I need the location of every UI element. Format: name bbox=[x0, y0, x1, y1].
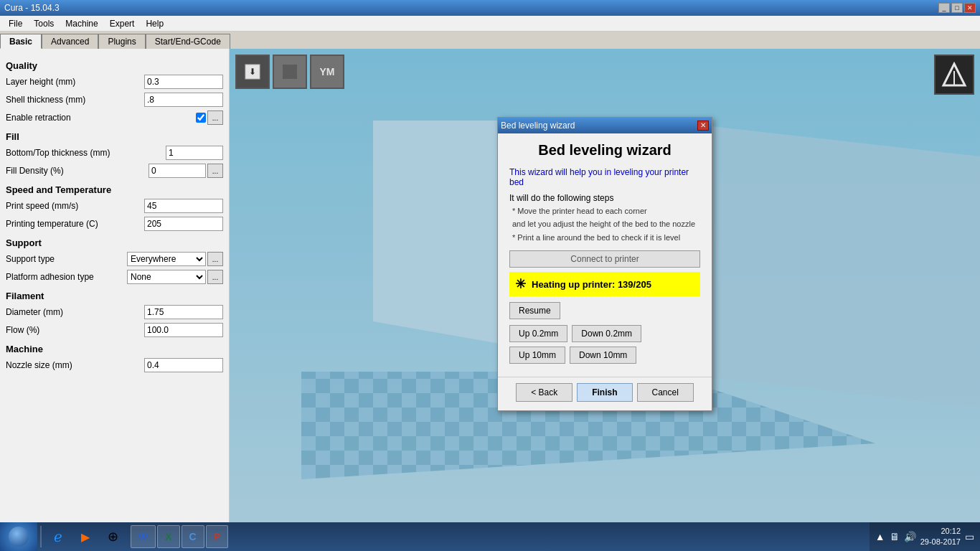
back-button[interactable]: < Back bbox=[516, 383, 573, 402]
window-title: Cura - 15.04.3 bbox=[4, 3, 60, 13]
start-orb-icon bbox=[9, 527, 29, 547]
taskbar-app-chrome2[interactable]: C bbox=[182, 525, 204, 548]
taskbar-left: ℯ ▶ ⊕ W X C P bbox=[0, 522, 232, 551]
connect-printer-button[interactable]: Connect to printer bbox=[509, 250, 700, 268]
bed-leveling-dialog: Bed leveling wizard ✕ Bed leveling wizar… bbox=[497, 117, 712, 411]
main-layout: Quality Layer height (mm) Shell thicknes… bbox=[0, 49, 980, 522]
nozzle-size-label: Nozzle size (mm) bbox=[6, 360, 144, 370]
menu-tools[interactable]: Tools bbox=[28, 17, 60, 30]
down-large-button[interactable]: Down 10mm bbox=[570, 347, 636, 364]
section-machine: Machine bbox=[6, 344, 223, 354]
taskbar: ℯ ▶ ⊕ W X C P ▲ 🖥 🔊 20:1 bbox=[0, 522, 980, 551]
print-speed-input[interactable] bbox=[144, 199, 223, 213]
retraction-more-button[interactable]: ... bbox=[207, 110, 223, 125]
show-desktop-icon[interactable]: ▭ bbox=[965, 531, 974, 542]
enable-retraction-label: Enable retraction bbox=[6, 113, 196, 123]
view-area: ⬇ YM Bed leveling wizard bbox=[230, 49, 980, 522]
adhesion-more-button[interactable]: ... bbox=[207, 270, 223, 284]
maximize-button[interactable]: □ bbox=[951, 3, 963, 13]
print-temp-input[interactable] bbox=[144, 217, 223, 231]
support-type-row: Support type Everywhere None Touching bu… bbox=[6, 251, 223, 267]
section-fill: Fill bbox=[6, 131, 223, 142]
dialog-titlebar: Bed leveling wizard ✕ bbox=[498, 118, 712, 133]
taskbar-divider bbox=[40, 526, 42, 547]
section-speed: Speed and Temperature bbox=[6, 184, 223, 195]
support-more-button[interactable]: ... bbox=[207, 252, 223, 266]
taskbar-app-excel[interactable]: X bbox=[157, 525, 179, 548]
tab-start-end-gcode[interactable]: Start/End-GCode bbox=[146, 34, 230, 49]
menu-help[interactable]: Help bbox=[140, 17, 169, 30]
dialog-overlay: Bed leveling wizard ✕ Bed leveling wizar… bbox=[230, 49, 980, 522]
chrome-icon: ⊕ bbox=[108, 529, 118, 545]
dialog-heading: Bed leveling wizard bbox=[509, 142, 700, 159]
diameter-row: Diameter (mm) bbox=[6, 304, 223, 320]
resume-row: Resume bbox=[509, 302, 700, 325]
tray-volume-icon[interactable]: 🔊 bbox=[904, 531, 916, 542]
menu-expert[interactable]: Expert bbox=[104, 17, 141, 30]
diameter-input[interactable] bbox=[144, 305, 223, 319]
cancel-button[interactable]: Cancel bbox=[637, 383, 694, 402]
taskbar-app-word[interactable]: W bbox=[131, 525, 156, 548]
chrome2-icon: C bbox=[189, 531, 197, 542]
flow-label: Flow (%) bbox=[6, 325, 144, 335]
finish-button[interactable]: Finish bbox=[577, 383, 632, 402]
flow-input[interactable] bbox=[144, 323, 223, 337]
resume-button[interactable]: Resume bbox=[509, 302, 560, 319]
system-tray: ▲ 🖥 🔊 20:12 29-08-2017 ▭ bbox=[870, 522, 980, 551]
tray-network-icon[interactable]: 🖥 bbox=[890, 531, 900, 542]
system-clock: 20:12 29-08-2017 bbox=[920, 526, 961, 548]
close-button[interactable]: ✕ bbox=[964, 3, 976, 13]
support-type-label: Support type bbox=[6, 254, 127, 264]
platform-adhesion-row: Platform adhesion type None Brim Raft ..… bbox=[6, 269, 223, 285]
left-panel: Quality Layer height (mm) Shell thicknes… bbox=[0, 49, 230, 522]
layer-height-label: Layer height (mm) bbox=[6, 77, 144, 87]
support-type-select[interactable]: Everywhere None Touching buildplate bbox=[127, 252, 206, 266]
fill-density-input[interactable] bbox=[149, 164, 206, 178]
enable-retraction-row: Enable retraction ... bbox=[6, 110, 223, 126]
bottom-top-thickness-row: Bottom/Top thickness (mm) bbox=[6, 145, 223, 161]
flow-row: Flow (%) bbox=[6, 322, 223, 338]
taskbar-ie-icon[interactable]: ℯ bbox=[47, 525, 70, 548]
bottom-top-input[interactable] bbox=[166, 146, 223, 160]
heating-text: Heating up printer: 139/205 bbox=[532, 279, 651, 290]
print-temp-row: Printing temperature (C) bbox=[6, 216, 223, 232]
word-icon: W bbox=[138, 531, 148, 542]
shell-thickness-input[interactable] bbox=[144, 93, 223, 107]
menu-bar: File Tools Machine Expert Help bbox=[0, 16, 980, 32]
tray-up-icon[interactable]: ▲ bbox=[875, 531, 885, 542]
dialog-step-3: * Print a line around the bed to check i… bbox=[509, 232, 700, 243]
ie-icon: ℯ bbox=[54, 528, 62, 545]
diameter-label: Diameter (mm) bbox=[6, 307, 144, 317]
nozzle-size-input[interactable] bbox=[144, 358, 223, 372]
excel-icon: X bbox=[165, 531, 171, 542]
fill-more-button[interactable]: ... bbox=[207, 164, 223, 178]
title-bar: Cura - 15.04.3 _ □ ✕ bbox=[0, 0, 980, 16]
start-button[interactable] bbox=[0, 522, 37, 551]
dialog-subtitle: This wizard will help you in leveling yo… bbox=[509, 167, 700, 187]
spinner-icon: ✳ bbox=[515, 276, 526, 292]
enable-retraction-checkbox[interactable] bbox=[196, 113, 206, 123]
dialog-close-button[interactable]: ✕ bbox=[697, 121, 709, 131]
tab-bar: Basic Advanced Plugins Start/End-GCode bbox=[0, 32, 980, 49]
up-small-button[interactable]: Up 0.2mm bbox=[509, 325, 567, 342]
menu-file[interactable]: File bbox=[3, 17, 28, 30]
section-filament: Filament bbox=[6, 291, 223, 301]
minimize-button[interactable]: _ bbox=[938, 3, 950, 13]
layer-height-input[interactable] bbox=[144, 75, 223, 89]
fill-density-label: Fill Density (%) bbox=[6, 166, 149, 176]
taskbar-chrome-icon[interactable]: ⊕ bbox=[101, 525, 124, 548]
tab-advanced[interactable]: Advanced bbox=[42, 34, 98, 49]
taskbar-app-powerpoint[interactable]: P bbox=[206, 525, 228, 548]
platform-adhesion-label: Platform adhesion type bbox=[6, 272, 127, 282]
adjust-large-row: Up 10mm Down 10mm bbox=[509, 347, 700, 364]
tab-plugins[interactable]: Plugins bbox=[98, 34, 145, 49]
menu-machine[interactable]: Machine bbox=[60, 17, 103, 30]
dialog-step-1: * Move the printer head to each corner bbox=[509, 206, 700, 217]
down-small-button[interactable]: Down 0.2mm bbox=[572, 325, 641, 342]
up-large-button[interactable]: Up 10mm bbox=[509, 347, 565, 364]
tab-basic[interactable]: Basic bbox=[0, 34, 42, 49]
taskbar-media-icon[interactable]: ▶ bbox=[74, 525, 97, 548]
platform-adhesion-select[interactable]: None Brim Raft bbox=[127, 270, 206, 284]
powerpoint-icon: P bbox=[214, 531, 220, 542]
nozzle-size-row: Nozzle size (mm) bbox=[6, 357, 223, 373]
